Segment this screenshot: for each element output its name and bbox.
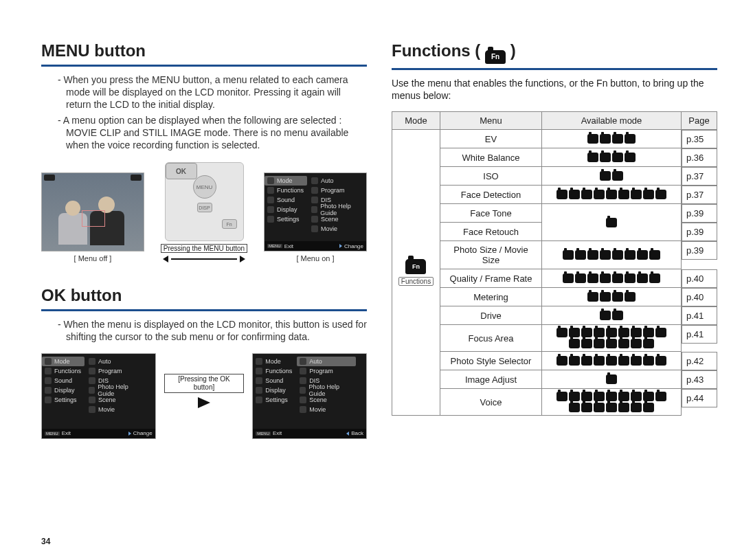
mode-icon	[594, 339, 605, 348]
mode-icon	[649, 273, 660, 283]
available-mode-cell	[542, 129, 682, 148]
mode-label: Functions	[398, 277, 434, 286]
mode-icon	[631, 339, 642, 348]
mode-icon	[655, 328, 666, 337]
mode-icon	[594, 403, 605, 412]
table-row: FnFunctionsEVp.35	[392, 129, 717, 148]
th-menu: Menu	[440, 111, 542, 129]
mode-icon	[594, 392, 605, 401]
mode-icon	[569, 356, 580, 366]
menu-item: Settings	[265, 214, 307, 224]
available-mode-cell	[542, 269, 682, 288]
fn-camera-icon: Fn	[485, 50, 506, 64]
page-cell: p.39	[682, 204, 717, 223]
th-page: Page	[682, 111, 717, 129]
menu-item: Mode	[265, 176, 307, 186]
mode-icon	[612, 273, 623, 283]
table-row: Quality / Frame Ratep.40	[392, 269, 717, 288]
page-cell: p.42	[682, 352, 717, 370]
mode-icon	[612, 171, 623, 181]
mode-icon	[618, 339, 629, 348]
right-column: Functions ( Fn ) Use the menu that enabl…	[392, 41, 717, 439]
mode-icon-strip	[555, 292, 668, 302]
mode-icon	[655, 356, 666, 366]
menu-button-icon: MENU	[193, 175, 216, 199]
menu-left-list: Mode Functions Sound Display Settings	[265, 176, 307, 224]
mode-icon-strip	[555, 134, 668, 144]
mode-icon	[655, 190, 666, 199]
mode-icon	[575, 273, 586, 283]
menu-cell: Face Tone	[440, 204, 542, 223]
mode-icon	[637, 273, 648, 283]
menu-item: Display	[265, 205, 307, 214]
ok-button-heading: OK button	[41, 286, 367, 308]
mode-icon-strip	[555, 218, 668, 227]
mode-icon	[625, 250, 636, 260]
rule	[41, 65, 367, 67]
ok-button-icon: OK	[166, 163, 197, 179]
functions-table: Mode Menu Available mode Page FnFunction…	[392, 111, 717, 416]
mode-icon	[581, 403, 592, 412]
mode-icon	[600, 171, 611, 181]
mode-icon	[587, 273, 598, 283]
available-mode-cell	[542, 241, 682, 269]
mode-icon	[569, 403, 580, 412]
mode-icon	[606, 218, 617, 227]
mode-icon	[618, 356, 629, 366]
mode-cell: FnFunctions	[392, 129, 440, 416]
mode-icon	[631, 190, 642, 199]
menu-item: Program	[308, 186, 367, 195]
mode-icon	[606, 374, 617, 384]
mode-icon	[643, 339, 654, 348]
fn-camera-icon: Fn	[405, 259, 426, 274]
mode-icon	[600, 250, 611, 260]
menu-footer: MENUExit Change	[265, 241, 366, 251]
menu-item: Sound	[265, 195, 307, 205]
page-cell: p.41	[682, 306, 717, 325]
menu-item: Movie	[308, 224, 367, 234]
available-mode-cell	[542, 306, 682, 325]
available-mode-cell	[542, 325, 682, 352]
mode-icon	[625, 273, 636, 283]
mode-icon	[569, 328, 580, 337]
mode-icon	[606, 403, 617, 412]
mode-icon-strip	[555, 392, 668, 412]
mode-icon	[631, 392, 642, 401]
mode-icon	[618, 328, 629, 337]
page-cell: p.39	[682, 241, 717, 260]
mode-icon	[587, 153, 598, 162]
rule	[392, 68, 717, 70]
mode-icon	[612, 292, 623, 302]
mode-icon	[637, 250, 648, 260]
menu-cell: Quality / Frame Rate	[440, 269, 542, 288]
table-row: Drivep.41	[392, 306, 717, 325]
menu-cell: EV	[440, 129, 542, 148]
page-cell: p.40	[682, 288, 717, 306]
mode-icon-strip	[555, 328, 668, 348]
table-row: Image Adjustp.43	[392, 370, 717, 389]
available-mode-cell	[542, 186, 682, 204]
menu-cell: Metering	[440, 288, 542, 306]
page-cell: p.43	[682, 370, 717, 389]
menu-button-text: - When you press the MENU button, a menu…	[41, 74, 367, 151]
available-mode-cell	[542, 148, 682, 167]
menu-item: Functions	[265, 186, 307, 195]
mode-icon	[556, 392, 567, 401]
ok-button-para1: - When the menu is displayed on the LCD …	[66, 318, 367, 343]
mode-icon	[563, 250, 574, 260]
mode-icon	[600, 153, 611, 162]
caption-menu-on: [ Menu on ]	[296, 254, 334, 262]
mode-icon	[618, 392, 629, 401]
mode-icon	[556, 190, 567, 199]
pressing-menu-label: Pressing the MENU button	[161, 244, 247, 253]
menu-right-list: Auto Program DIS Photo Help Guide Scene …	[308, 176, 367, 234]
mode-icon	[600, 134, 611, 144]
mode-icon	[643, 328, 654, 337]
disp-button-icon: DISP	[197, 203, 212, 212]
mode-icon	[581, 356, 592, 366]
menu-cell: Drive	[440, 306, 542, 325]
mode-icon	[569, 339, 580, 348]
table-row: Face Tonep.39	[392, 204, 717, 223]
mode-icon	[655, 392, 666, 401]
mode-icon	[581, 339, 592, 348]
